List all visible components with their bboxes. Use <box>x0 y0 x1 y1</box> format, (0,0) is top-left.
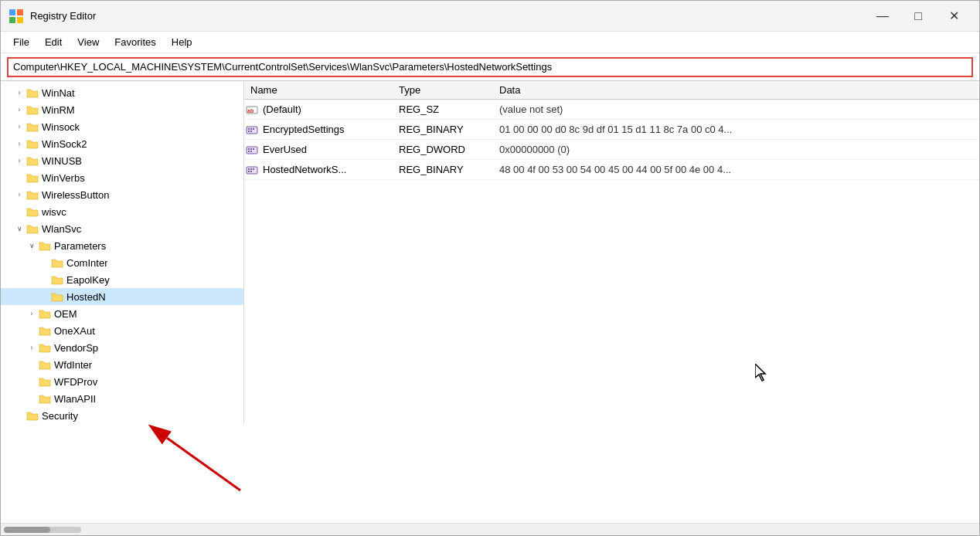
reg-value-icon <box>244 124 260 136</box>
table-row[interactable]: EncryptedSettings REG_BINARY 01 00 00 00… <box>244 120 979 140</box>
svg-line-5 <box>167 438 240 490</box>
header-name: Name <box>244 84 399 96</box>
expand-icon[interactable]: › <box>13 103 26 116</box>
tree-item-label: HostedN <box>66 291 106 303</box>
tree-item-label: WINUSB <box>42 155 82 167</box>
menu-view[interactable]: View <box>71 34 105 50</box>
scrollbar-track[interactable] <box>4 527 81 533</box>
svg-marker-26 <box>755 364 765 381</box>
menu-favorites[interactable]: Favorites <box>108 34 162 50</box>
reg-value-icon: ab <box>244 103 260 116</box>
menu-help[interactable]: Help <box>165 34 199 50</box>
list-item[interactable]: › Winsock <box>1 118 243 135</box>
list-item[interactable]: › WinSock2 <box>1 135 243 152</box>
table-row[interactable]: HostedNetworkS... REG_BINARY 48 00 4f 00… <box>244 160 979 180</box>
list-item[interactable]: › ComInter <box>1 254 243 271</box>
list-item[interactable]: › WinNat <box>1 84 243 101</box>
list-item[interactable]: › OneXAut <box>1 322 243 339</box>
svg-rect-20 <box>247 167 257 174</box>
minimize-button[interactable]: — <box>865 4 900 29</box>
tree-item-label: WinSock2 <box>42 138 87 150</box>
list-item[interactable]: › Security <box>1 407 243 424</box>
app-icon <box>9 8 24 24</box>
svg-rect-23 <box>253 168 254 170</box>
list-item[interactable]: › WinRM <box>1 101 243 118</box>
tree-item-label: Security <box>42 410 78 422</box>
sidebar-container: › WinNat › WinRM › <box>1 81 244 523</box>
folder-icon-selected <box>50 290 64 303</box>
menu-file[interactable]: File <box>7 34 36 50</box>
list-item[interactable]: › VendorSp <box>1 339 243 356</box>
tree-item-label: Winsock <box>42 121 80 133</box>
svg-rect-2 <box>9 17 15 23</box>
svg-rect-14 <box>247 147 257 154</box>
svg-rect-3 <box>17 17 23 23</box>
expand-icon[interactable]: ∨ <box>13 222 26 235</box>
tree-item-label: WFDProv <box>54 376 97 388</box>
menu-edit[interactable]: Edit <box>39 34 68 50</box>
list-item[interactable]: › WINUSB <box>1 152 243 169</box>
list-item[interactable]: › wisvc <box>1 203 243 220</box>
expand-icon[interactable]: › <box>13 120 26 133</box>
svg-text:ab: ab <box>247 108 254 114</box>
expand-icon[interactable]: › <box>13 137 26 150</box>
svg-rect-1 <box>17 9 23 15</box>
table-row[interactable]: ab (Default) REG_SZ (value not set) <box>244 100 979 120</box>
folder-icon <box>50 273 64 286</box>
reg-value-type: REG_BINARY <box>399 124 499 135</box>
tree-item-label: Parameters <box>54 240 106 252</box>
folder-icon <box>26 103 39 116</box>
list-item[interactable]: ∨ WlanSvc <box>1 220 243 237</box>
reg-value-type: REG_BINARY <box>399 164 499 175</box>
expand-icon: › <box>13 205 26 218</box>
table-row[interactable]: EverUsed REG_DWORD 0x00000000 (0) <box>244 140 979 160</box>
scrollbar-bottom[interactable] <box>1 523 979 535</box>
expand-icon: › <box>38 256 50 269</box>
expand-icon[interactable]: › <box>13 154 26 167</box>
svg-rect-21 <box>248 168 250 170</box>
list-item[interactable]: › WFDProv <box>1 373 243 390</box>
window-controls: — □ ✕ <box>865 4 971 29</box>
list-item[interactable]: › WirelessButton <box>1 186 243 203</box>
menu-bar: File Edit View Favorites Help <box>1 32 979 53</box>
expand-icon[interactable]: › <box>13 87 26 99</box>
expand-icon[interactable]: › <box>13 188 26 201</box>
list-item[interactable]: › WfdInter <box>1 356 243 373</box>
address-input[interactable] <box>7 57 973 77</box>
list-item[interactable]: › EapolKey <box>1 271 243 288</box>
list-item[interactable]: ∨ Parameters <box>1 237 243 254</box>
tree-item-label: OEM <box>54 308 77 320</box>
svg-rect-18 <box>248 151 250 152</box>
reg-value-type: REG_SZ <box>399 103 499 115</box>
tree-item-label: WinVerbs <box>42 172 85 184</box>
tree-item-label: WinRM <box>42 104 75 116</box>
address-bar <box>1 53 979 81</box>
close-button[interactable]: ✕ <box>936 4 971 29</box>
reg-value-name: EverUsed <box>260 144 399 155</box>
svg-rect-11 <box>253 128 254 130</box>
list-item[interactable]: › WinVerbs <box>1 169 243 186</box>
folder-icon <box>26 205 39 218</box>
reg-value-icon <box>244 164 260 176</box>
expand-icon[interactable]: › <box>26 341 38 354</box>
list-item[interactable]: › WlanAPII <box>1 390 243 407</box>
list-item[interactable]: › OEM <box>1 305 243 322</box>
folder-icon <box>38 239 52 252</box>
svg-rect-25 <box>250 171 252 172</box>
expand-icon: › <box>38 290 50 303</box>
empty-area <box>244 302 979 523</box>
maximize-button[interactable]: □ <box>900 4 936 29</box>
expand-icon[interactable]: ∨ <box>26 239 38 252</box>
svg-rect-0 <box>9 9 15 15</box>
svg-rect-10 <box>250 128 252 130</box>
list-item[interactable]: › HostedN <box>1 288 243 305</box>
expand-icon: › <box>13 171 26 184</box>
folder-icon <box>26 87 39 99</box>
reg-value-name: (Default) <box>260 103 399 115</box>
folder-icon <box>50 256 64 269</box>
scrollbar-thumb[interactable] <box>4 527 50 533</box>
reg-value-data: 01 00 00 00 d0 8c 9d df 01 15 d1 11 8c 7… <box>499 124 979 135</box>
reg-value-name: EncryptedSettings <box>260 124 399 135</box>
expand-icon[interactable]: › <box>26 307 38 320</box>
tree-item-label: ComInter <box>66 257 107 269</box>
